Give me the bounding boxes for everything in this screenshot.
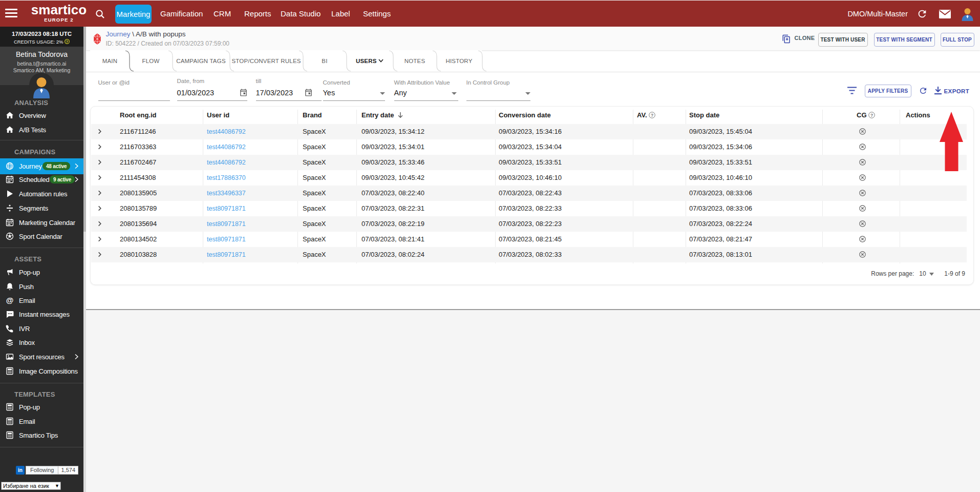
svg-text:?: ?: [66, 40, 68, 44]
svg-text:?: ?: [870, 113, 873, 118]
svg-text:?: ?: [651, 113, 653, 118]
